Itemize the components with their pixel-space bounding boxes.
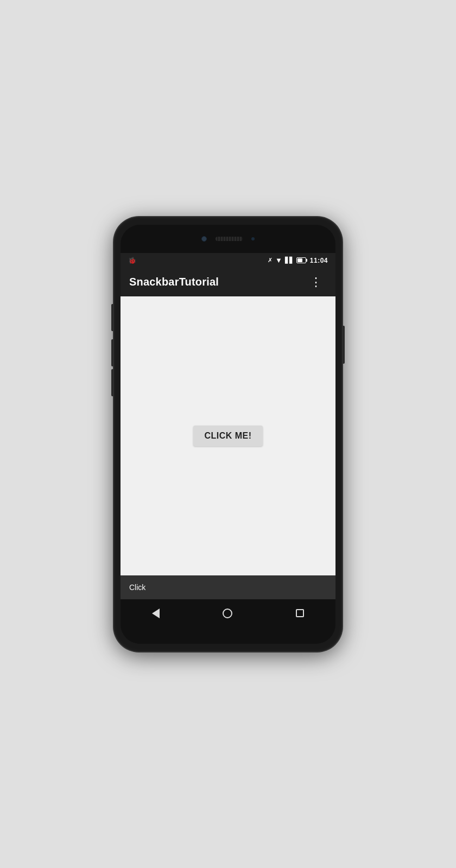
recents-button[interactable]	[287, 605, 313, 622]
top-bezel	[121, 225, 335, 253]
home-circle-icon	[223, 609, 232, 618]
status-time: 11:04	[310, 257, 328, 264]
speaker-grille	[216, 237, 243, 241]
phone-device: 🐞 ✗ ▼ ▋▋ 11:04	[114, 217, 342, 651]
back-triangle-icon	[152, 609, 160, 618]
click-me-button[interactable]: CLICK ME!	[193, 426, 262, 446]
home-button[interactable]	[214, 604, 241, 623]
wifi-icon: ▼	[275, 256, 282, 264]
recents-square-icon	[296, 609, 304, 617]
signal-icon: ▋▋	[285, 257, 294, 264]
front-camera	[201, 236, 207, 242]
bottom-bezel	[121, 628, 335, 644]
status-left-icons: 🐞	[128, 257, 136, 264]
android-debug-icon: 🐞	[128, 257, 136, 264]
battery-icon	[296, 257, 307, 263]
phone-screen: 🐞 ✗ ▼ ▋▋ 11:04	[121, 225, 335, 644]
bluetooth-icon: ✗	[268, 257, 273, 264]
app-title: SnackbarTutorial	[129, 276, 306, 288]
main-content: CLICK ME!	[121, 296, 335, 575]
status-bar: 🐞 ✗ ▼ ▋▋ 11:04	[121, 253, 335, 268]
back-button[interactable]	[143, 604, 168, 623]
bottom-nav-bar	[121, 599, 335, 628]
sensor-dot	[251, 237, 255, 240]
app-toolbar: SnackbarTutorial ⋮	[121, 268, 335, 296]
status-right-icons: ✗ ▼ ▋▋ 11:04	[268, 256, 328, 264]
snackbar-message: Click	[129, 583, 145, 592]
overflow-menu-button[interactable]: ⋮	[306, 274, 327, 290]
snackbar: Click	[121, 575, 335, 599]
